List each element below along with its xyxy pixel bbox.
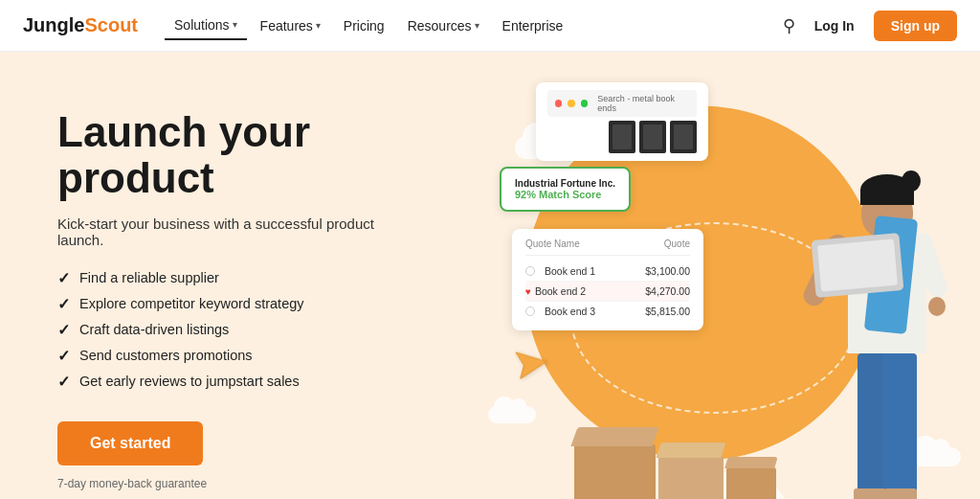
right-leg	[882, 353, 917, 492]
boxes-group	[574, 444, 776, 499]
hero-section: Launch your product Kick-start your busi…	[0, 52, 980, 499]
quote-row: ♥Book end 2 $4,270.00	[525, 282, 690, 302]
box-top-face	[656, 442, 725, 458]
checklist: ✓Find a reliable supplier ✓Explore compe…	[57, 269, 413, 391]
quote-item-name: Book end 1	[525, 265, 595, 277]
product-images	[547, 121, 697, 153]
company-name: Industrial Fortune Inc.	[515, 178, 615, 189]
woman-figure	[789, 155, 980, 499]
quote-name-header: Quote Name	[525, 238, 580, 249]
money-back-label: 7-day money-back guarantee	[57, 477, 413, 490]
chevron-down-icon: ▾	[475, 20, 479, 31]
bookend-product	[609, 121, 635, 153]
match-score-card: Industrial Fortune Inc. 92% Match Score	[500, 167, 631, 212]
box-stack	[574, 444, 656, 499]
match-score-value: 92% Match Score	[515, 189, 615, 200]
checklist-item: ✓Find a reliable supplier	[57, 269, 413, 287]
chevron-down-icon: ▾	[233, 19, 237, 30]
checklist-item: ✓Explore competitor keyword strategy	[57, 295, 413, 313]
logo-scout: Scout	[84, 14, 138, 36]
nav-item-solutions[interactable]: Solutions ▾	[165, 11, 247, 40]
quote-price-header: Quote	[664, 238, 690, 249]
check-icon: ✓	[57, 269, 70, 287]
check-icon: ✓	[57, 295, 70, 313]
quote-table-header: Quote Name Quote	[525, 238, 690, 256]
quote-item-name: ♥Book end 2	[525, 285, 586, 297]
check-icon: ✓	[57, 321, 70, 339]
quote-card: Quote Name Quote Book end 1 $3,100.00 ♥B…	[512, 229, 703, 330]
laptop	[812, 233, 904, 298]
hero-right: Search - metal book ends Industrial Fort…	[459, 52, 980, 499]
quote-item-price: $3,100.00	[645, 265, 690, 277]
box-small	[726, 467, 776, 499]
box-large	[574, 444, 656, 499]
bookend-product	[639, 121, 666, 153]
hero-left: Launch your product Kick-start your busi…	[0, 52, 459, 499]
window-dot-green	[581, 100, 588, 107]
logo[interactable]: Jungle Scout	[23, 14, 138, 36]
box-top-face	[570, 427, 658, 446]
laptop-screen	[817, 238, 898, 291]
bookend-product	[670, 121, 697, 153]
logo-jungle: Jungle	[23, 14, 84, 36]
box-top-face	[724, 457, 777, 468]
check-icon: ✓	[57, 347, 70, 365]
right-shoe	[884, 488, 917, 499]
login-button[interactable]: Log In	[807, 12, 862, 39]
checklist-item: ✓Send customers promotions	[57, 347, 413, 365]
navbar: Jungle Scout Solutions ▾ Features ▾ Pric…	[0, 0, 980, 52]
svg-marker-0	[516, 347, 548, 378]
left-shoe	[854, 488, 886, 499]
quote-row: Book end 3 $5,815.00	[525, 302, 690, 321]
quote-item-price: $5,815.00	[645, 306, 690, 317]
quote-radio	[525, 306, 535, 316]
search-placeholder: Search - metal book ends	[597, 94, 689, 113]
check-icon: ✓	[57, 373, 70, 391]
box-medium	[658, 456, 724, 499]
window-dot-yellow	[568, 100, 574, 107]
box-medium-wrap	[658, 456, 724, 499]
search-card: Search - metal book ends	[536, 82, 708, 161]
nav-item-features[interactable]: Features ▾	[251, 12, 330, 39]
nav-item-enterprise[interactable]: Enterprise	[493, 12, 573, 39]
heart-icon: ♥	[525, 286, 531, 297]
signup-button[interactable]: Sign up	[874, 11, 957, 41]
quote-radio	[525, 266, 535, 276]
hair-bun	[902, 170, 921, 192]
quote-row: Book end 1 $3,100.00	[525, 261, 690, 282]
nav-links: Solutions ▾ Features ▾ Pricing Resources…	[165, 11, 783, 40]
box-small-wrap	[726, 467, 776, 499]
chevron-down-icon: ▾	[316, 20, 321, 31]
search-icon[interactable]: ⚲	[783, 15, 795, 36]
hero-subtitle: Kick-start your business with a successf…	[57, 215, 413, 248]
right-hand	[928, 297, 946, 316]
nav-right: ⚲ Log In Sign up	[783, 11, 957, 41]
cloud-decoration	[488, 406, 536, 423]
search-bar: Search - metal book ends	[547, 90, 697, 117]
nav-item-resources[interactable]: Resources ▾	[398, 12, 489, 39]
window-dot-red	[555, 100, 562, 107]
quote-item-price: $4,270.00	[645, 285, 690, 297]
paper-plane-icon	[514, 345, 553, 389]
checklist-item: ✓Get early reviews to jumpstart sales	[57, 373, 413, 391]
hero-title: Launch your product	[57, 109, 413, 202]
nav-item-pricing[interactable]: Pricing	[334, 12, 394, 39]
quote-item-name: Book end 3	[525, 306, 595, 317]
checklist-item: ✓Craft data-driven listings	[57, 321, 413, 339]
get-started-button[interactable]: Get started	[57, 421, 203, 465]
